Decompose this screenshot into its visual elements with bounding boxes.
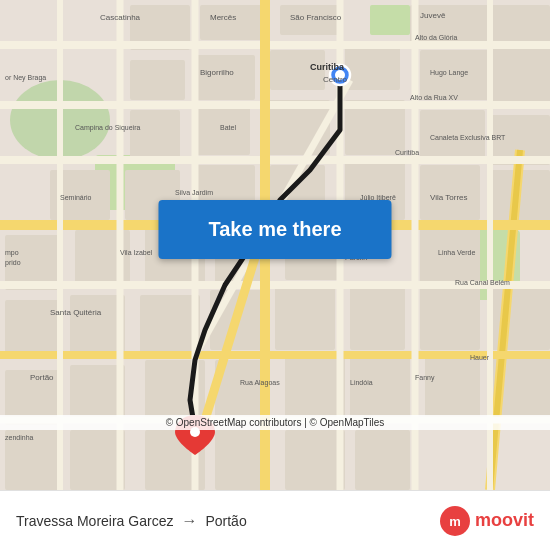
svg-rect-9 bbox=[130, 60, 185, 100]
svg-rect-39 bbox=[350, 285, 405, 350]
svg-text:m: m bbox=[449, 514, 461, 529]
footer: Travessa Moreira Garcez → Portão m moovi… bbox=[0, 490, 550, 550]
svg-text:Lindóia: Lindóia bbox=[350, 379, 373, 386]
button-overlay: Take me there bbox=[158, 200, 391, 259]
svg-rect-46 bbox=[285, 355, 345, 420]
route-info: Travessa Moreira Garcez → Portão bbox=[16, 512, 247, 530]
svg-text:zendinha: zendinha bbox=[5, 434, 34, 441]
svg-rect-48 bbox=[425, 355, 480, 420]
svg-rect-10 bbox=[195, 55, 255, 100]
svg-rect-15 bbox=[130, 110, 180, 160]
svg-text:Vila Torres: Vila Torres bbox=[430, 193, 468, 202]
svg-text:or Ney Braga: or Ney Braga bbox=[5, 74, 46, 82]
svg-rect-36 bbox=[140, 295, 200, 355]
svg-text:Portão: Portão bbox=[30, 373, 54, 382]
svg-text:Curitiba: Curitiba bbox=[395, 149, 419, 156]
svg-rect-14 bbox=[490, 5, 550, 105]
destination-label: Portão bbox=[205, 513, 246, 529]
app-container: Cascatinha Mercês São Francisco Juvevê A… bbox=[0, 0, 550, 550]
svg-rect-40 bbox=[420, 285, 480, 350]
svg-text:São Francisco: São Francisco bbox=[290, 13, 342, 22]
attribution-text: © OpenStreetMap contributors | © OpenMap… bbox=[166, 417, 385, 428]
svg-text:Alto da Glória: Alto da Glória bbox=[415, 34, 458, 41]
svg-text:Curitiba: Curitiba bbox=[310, 62, 345, 72]
svg-text:Rua Canal Belém: Rua Canal Belém bbox=[455, 279, 510, 286]
svg-text:Batel: Batel bbox=[220, 124, 236, 131]
origin-label: Travessa Moreira Garcez bbox=[16, 513, 173, 529]
svg-text:Silva Jardim: Silva Jardim bbox=[175, 189, 213, 196]
route-arrow: → bbox=[181, 512, 197, 530]
moovit-logo: m moovit bbox=[439, 505, 534, 537]
svg-text:Vila Izabel: Vila Izabel bbox=[120, 249, 153, 256]
svg-text:Centro: Centro bbox=[323, 75, 348, 84]
svg-rect-47 bbox=[350, 355, 410, 420]
svg-text:Seminário: Seminário bbox=[60, 194, 92, 201]
svg-text:Campina do Siqueira: Campina do Siqueira bbox=[75, 124, 140, 132]
svg-text:prido: prido bbox=[5, 259, 21, 267]
attribution-bar: © OpenStreetMap contributors | © OpenMap… bbox=[0, 415, 550, 430]
svg-rect-54 bbox=[285, 430, 345, 490]
svg-rect-12 bbox=[345, 45, 400, 90]
svg-text:Hauer: Hauer bbox=[470, 354, 490, 361]
svg-rect-55 bbox=[355, 430, 410, 490]
map-area: Cascatinha Mercês São Francisco Juvevê A… bbox=[0, 0, 550, 490]
take-me-there-button[interactable]: Take me there bbox=[158, 200, 391, 259]
svg-text:Santa Quitéria: Santa Quitéria bbox=[50, 308, 102, 317]
svg-rect-4 bbox=[370, 5, 410, 35]
svg-text:mpo: mpo bbox=[5, 249, 19, 257]
svg-text:Fanny: Fanny bbox=[415, 374, 435, 382]
moovit-brand-text: moovit bbox=[475, 510, 534, 531]
moovit-icon: m bbox=[439, 505, 471, 537]
svg-text:Alto da Rua XV: Alto da Rua XV bbox=[410, 94, 458, 101]
svg-text:Mercês: Mercês bbox=[210, 13, 236, 22]
svg-rect-6 bbox=[200, 5, 270, 40]
svg-text:Juvevê: Juvevê bbox=[420, 11, 446, 20]
svg-text:Bigorrilho: Bigorrilho bbox=[200, 68, 234, 77]
svg-text:Cascatinha: Cascatinha bbox=[100, 13, 141, 22]
svg-text:Linha Verde: Linha Verde bbox=[438, 249, 475, 256]
svg-text:Canaleta Exclusiva BRT: Canaleta Exclusiva BRT bbox=[430, 134, 506, 141]
svg-text:Rua Alagoas: Rua Alagoas bbox=[240, 379, 280, 387]
svg-rect-38 bbox=[275, 285, 335, 350]
svg-text:Hugo Lange: Hugo Lange bbox=[430, 69, 468, 77]
